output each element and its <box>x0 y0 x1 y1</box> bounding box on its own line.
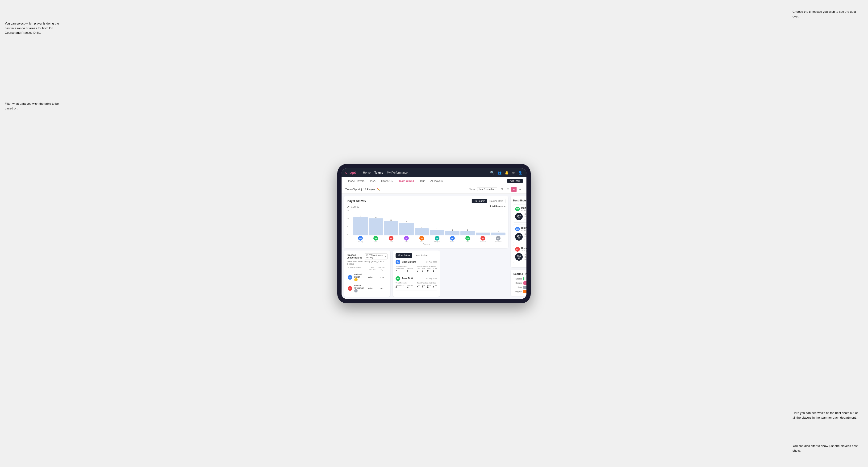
scoring-category-label: Birdies <box>514 282 522 284</box>
ma-avatar: RB <box>396 276 400 281</box>
lb-player-name: Edward Crossman <box>354 284 364 289</box>
shot-player-name: Blair McHarg <box>521 227 526 229</box>
tab-team-clippd[interactable]: Team Clippd <box>396 177 417 185</box>
chart-dropdown[interactable]: Total Rounds ▾ <box>490 205 505 208</box>
ma-player-section: RB Rees Britt 02 Sep 2023 Total Rounds T… <box>396 276 437 291</box>
ma-player-name: Blair McHarg <box>402 261 425 263</box>
ma-tournament: 7 <box>396 270 404 272</box>
shot-card: BM Blair McHarg 23 Jul 2023 · Ashridge G… <box>513 224 526 243</box>
practice-lb-dropdown[interactable]: PUTT Must Make Putting ... ▾ <box>365 253 388 259</box>
shot-player-detail: 23 Jul 2023 · Ashridge GC, Hole 15 <box>521 229 526 231</box>
shot-player-info: DF David Ford 24 Aug 2023 · Royal North … <box>515 247 526 252</box>
nav-my-performance[interactable]: My Performance <box>387 170 408 175</box>
chart-section-header: On Course Total Rounds ▾ <box>347 205 505 208</box>
practice-lb-header: Practice Leaderboards PUTT Must Make Put… <box>347 253 388 259</box>
nav-home[interactable]: Home <box>363 170 371 175</box>
team-name-text: Team Clippd <box>345 188 360 191</box>
show-label: Show: <box>469 188 475 191</box>
shot-info: Shot Dist: 43 ydsStart Lie: RoughEnd Lie… <box>525 233 526 241</box>
shot-player-info: BM Blair McHarg 23 Jul 2023 · Ashridge G… <box>515 227 526 231</box>
ma-putt: 1 <box>433 270 437 272</box>
lb-col-headers: PLAYER NAME PB SCORE PB AVG SQ <box>347 267 388 271</box>
scoring-category-label: Bogeys <box>514 290 522 293</box>
scoring-card: Scoring Par 3, 4 & 5s ▾ All Players ▾ Ea… <box>511 270 526 296</box>
shot-sg-badge: 200 SG <box>515 213 523 220</box>
lb-avatar: RB <box>348 275 352 280</box>
tab-most-active[interactable]: Most Active <box>396 253 412 258</box>
tab-hcaps[interactable]: Hcaps 1-5 <box>378 177 396 185</box>
main-content: Player Activity On Course Practice Drill… <box>342 194 526 299</box>
ma-practice: 6 <box>407 270 413 272</box>
lb-col-name: PLAYER NAME <box>348 267 368 271</box>
lb-avg-score: 107 <box>377 287 386 290</box>
lb-avg-score: 110 <box>377 276 386 279</box>
practice-leaderboard-card: Practice Leaderboards PUTT Must Make Put… <box>344 250 390 297</box>
scoring-bar-bg <box>523 277 526 280</box>
lb-row: RB Richard Butler 1 19/20 110 <box>347 272 388 283</box>
player-activity-header: Player Activity On Course Practice Drill… <box>347 199 505 203</box>
toggle-on-course[interactable]: On Course <box>472 199 487 203</box>
scoring-category-label: Pars <box>514 286 522 288</box>
scoring-header: Scoring Par 3, 4 & 5s ▾ All Players ▾ <box>514 272 526 275</box>
ma-arg: 0 <box>427 270 431 272</box>
user-avatar-icon[interactable]: 👤 <box>518 170 523 175</box>
scoring-bar <box>523 286 526 289</box>
ma-app: 0 <box>422 270 425 272</box>
shot-player-name: Matt Miller <box>521 207 526 209</box>
shot-player-name: David Ford <box>521 247 526 250</box>
nav-teams[interactable]: Teams <box>374 170 383 175</box>
shot-card: DF David Ford 24 Aug 2023 · Royal North … <box>513 245 526 263</box>
tab-all-players[interactable]: All Players <box>428 177 445 185</box>
team-name-label: Team Clippd | 14 Players ✏️ <box>345 188 380 191</box>
show-timescale-select[interactable]: Last 3 months ▾ <box>477 187 497 191</box>
users-icon[interactable]: 👥 <box>497 170 502 175</box>
best-shots-header: Best Shots All Shots ▾ | All Players ▾ <box>513 198 526 203</box>
tab-pga[interactable]: PGA <box>367 177 378 185</box>
lb-rows: RB Richard Butler 1 19/20 110 EC Edward … <box>347 272 388 294</box>
bar-chart: 051015 13 12 10 <box>347 210 505 243</box>
lb-pb-score: 18/20 <box>366 287 375 290</box>
edit-team-icon[interactable]: ✏️ <box>377 188 380 191</box>
nav-items: Home Teams My Performance <box>363 170 485 175</box>
top-nav: clippd Home Teams My Performance 🔍 👥 🔔 ⊕… <box>342 168 526 177</box>
ma-rounds-label: Total Rounds <box>396 266 413 268</box>
tab-pgat-players[interactable]: PGAT Players <box>345 177 367 185</box>
lb-col-pb: PB SCORE <box>368 267 377 271</box>
ma-tournament: 8 <box>396 286 404 289</box>
tab-least-active[interactable]: Least Active <box>412 253 430 258</box>
lb-pb-score: 19/20 <box>366 276 375 279</box>
annotation-bottom-right: Here you can see who's hit the best shot… <box>793 411 859 420</box>
tab-tour[interactable]: Tour <box>417 177 427 185</box>
add-team-button[interactable]: Add Team <box>507 179 523 183</box>
shot-info: Shot Dist: 16 ydsStart Lie: RoughEnd Lie… <box>525 253 526 261</box>
ma-activities-label: Total Practice Activities <box>417 282 437 284</box>
plus-circle-icon[interactable]: ⊕ <box>512 170 516 175</box>
ma-date: 02 Sep 2023 <box>426 277 437 280</box>
sub-nav: PGAT Players PGA Hcaps 1-5 Team Clippd T… <box>342 177 526 185</box>
grid-view-icon[interactable]: ⊞ <box>499 187 504 192</box>
table-view-icon[interactable]: ≡ <box>518 187 523 192</box>
search-icon[interactable]: 🔍 <box>490 170 495 175</box>
ma-avatar: BM <box>396 260 400 264</box>
lb-player-name: Richard Butler <box>354 273 364 278</box>
team-separator: | <box>361 188 362 191</box>
bell-icon[interactable]: 🔔 <box>504 170 509 175</box>
scoring-par-filter[interactable]: Par 3, 4 & 5s ▾ <box>525 273 526 275</box>
scoring-bar <box>523 281 526 285</box>
most-active-card: Most Active Least Active BM Blair McHarg… <box>393 250 440 297</box>
team-player-count: 14 Players <box>363 188 375 191</box>
activity-toggle: On Course Practice Drills <box>471 199 505 203</box>
shot-player-detail: 24 Aug 2023 · Royal North Devon GC, Hole… <box>521 250 526 252</box>
card-view-icon[interactable]: ♥ <box>512 187 517 192</box>
most-active-players: BM Blair McHarg 26 Aug 2023 Total Rounds… <box>396 260 437 291</box>
annotation-mid-left: Filter what data you wish the table to b… <box>5 101 61 111</box>
toggle-practice[interactable]: Practice Drills <box>487 199 505 203</box>
ma-player-header: RB Rees Britt 02 Sep 2023 <box>396 276 437 281</box>
bottom-row: Practice Leaderboards PUTT Must Make Put… <box>344 250 508 297</box>
scoring-row: Birdies 96 <box>514 281 526 285</box>
tablet-frame: clippd Home Teams My Performance 🔍 👥 🔔 ⊕… <box>337 164 531 303</box>
shot-cards: MM Matt Miller 09 Jun 2023 · Royal North… <box>513 205 526 263</box>
shot-sg-badge: 200 SG <box>515 233 523 241</box>
list-view-icon[interactable]: ☰ <box>505 187 510 192</box>
scoring-bar-bg <box>523 290 526 293</box>
